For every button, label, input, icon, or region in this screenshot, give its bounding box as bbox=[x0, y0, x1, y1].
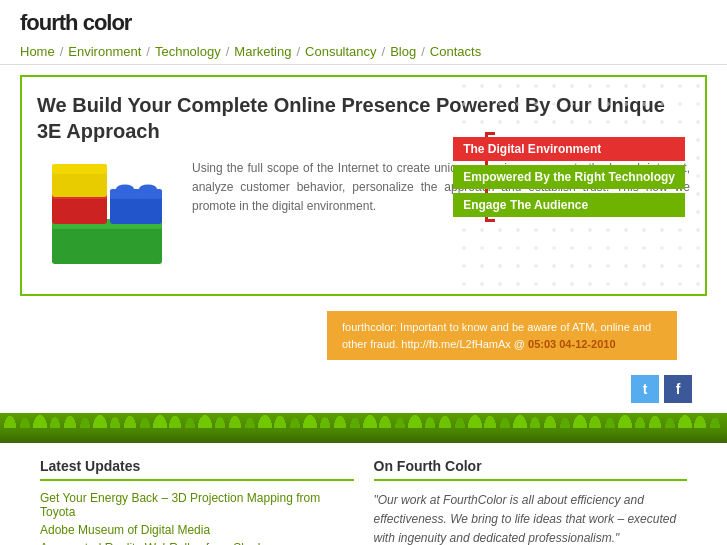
main-nav: Home / Environment / Technology / Market… bbox=[20, 44, 707, 59]
nav-sep-6: / bbox=[421, 44, 425, 59]
latest-link-2[interactable]: Adobe Museum of Digital Media bbox=[40, 523, 354, 537]
hero-tabs: The Digital Environment Empowered By the… bbox=[453, 137, 685, 217]
hero-tab-audience[interactable]: Engage The Audience bbox=[453, 193, 685, 217]
logo-text: fourth color bbox=[20, 10, 131, 35]
nav-sep-3: / bbox=[226, 44, 230, 59]
notification-wrap: fourthcolor: Important to know and be aw… bbox=[20, 311, 707, 370]
latest-link-1[interactable]: Get Your Energy Back – 3D Projection Map… bbox=[40, 491, 354, 519]
hero-image bbox=[37, 159, 177, 279]
nav-marketing[interactable]: Marketing bbox=[234, 44, 291, 59]
social-bar: t f bbox=[20, 375, 707, 403]
lego-svg bbox=[42, 164, 172, 274]
hero-tab-environment[interactable]: The Digital Environment bbox=[453, 137, 685, 161]
hero-section: We Build Your Complete Online Presence P… bbox=[20, 75, 707, 296]
nav-sep-2: / bbox=[146, 44, 150, 59]
facebook-icon[interactable]: f bbox=[664, 375, 692, 403]
on-fourth-color-quote: "Our work at FourthColor is all about ef… bbox=[374, 491, 688, 545]
lego-image bbox=[37, 159, 177, 279]
svg-rect-0 bbox=[52, 224, 162, 264]
latest-link-3[interactable]: Augmented Reality WebRallye from Skoda bbox=[40, 541, 354, 545]
nav-sep-1: / bbox=[60, 44, 64, 59]
on-fourth-color-title: On Fourth Color bbox=[374, 458, 688, 481]
hero-tab-technology[interactable]: Empowered By the Right Technology bbox=[453, 165, 685, 189]
nav-technology[interactable]: Technology bbox=[155, 44, 221, 59]
notification-bar: fourthcolor: Important to know and be aw… bbox=[327, 311, 677, 360]
nav-blog[interactable]: Blog bbox=[390, 44, 416, 59]
latest-updates-title: Latest Updates bbox=[40, 458, 354, 481]
nav-consultancy[interactable]: Consultancy bbox=[305, 44, 377, 59]
nav-contacts[interactable]: Contacts bbox=[430, 44, 481, 59]
nav-sep-5: / bbox=[382, 44, 386, 59]
twitter-icon[interactable]: t bbox=[631, 375, 659, 403]
svg-point-16 bbox=[116, 185, 134, 194]
nav-sep-4: / bbox=[296, 44, 300, 59]
notification-time: 05:03 04-12-2010 bbox=[528, 338, 615, 350]
nav-home[interactable]: Home bbox=[20, 44, 55, 59]
bottom-section: Latest Updates Get Your Energy Back – 3D… bbox=[20, 443, 707, 545]
grass-divider bbox=[0, 413, 727, 443]
site-logo[interactable]: fourth color bbox=[20, 10, 707, 36]
nav-environment[interactable]: Environment bbox=[68, 44, 141, 59]
latest-updates-col: Latest Updates Get Your Energy Back – 3D… bbox=[40, 458, 354, 545]
on-fourth-color-col: On Fourth Color "Our work at FourthColor… bbox=[374, 458, 688, 545]
svg-point-17 bbox=[139, 185, 157, 194]
